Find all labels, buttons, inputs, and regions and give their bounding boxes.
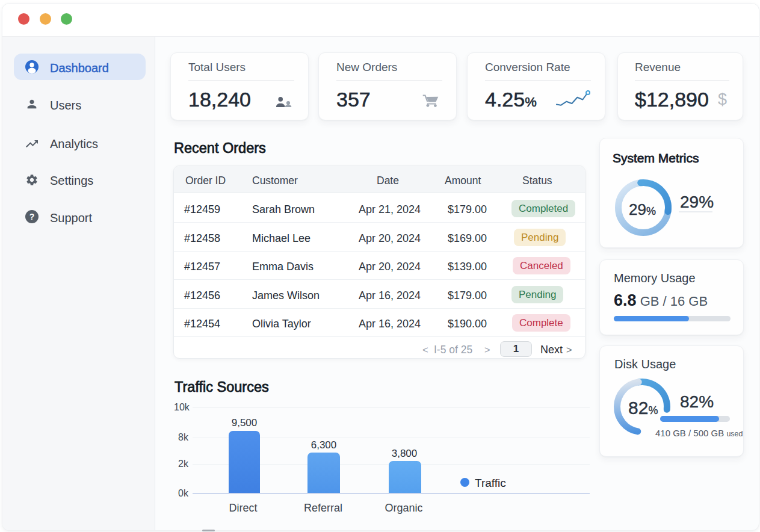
svg-text:?: ? [29, 212, 35, 221]
